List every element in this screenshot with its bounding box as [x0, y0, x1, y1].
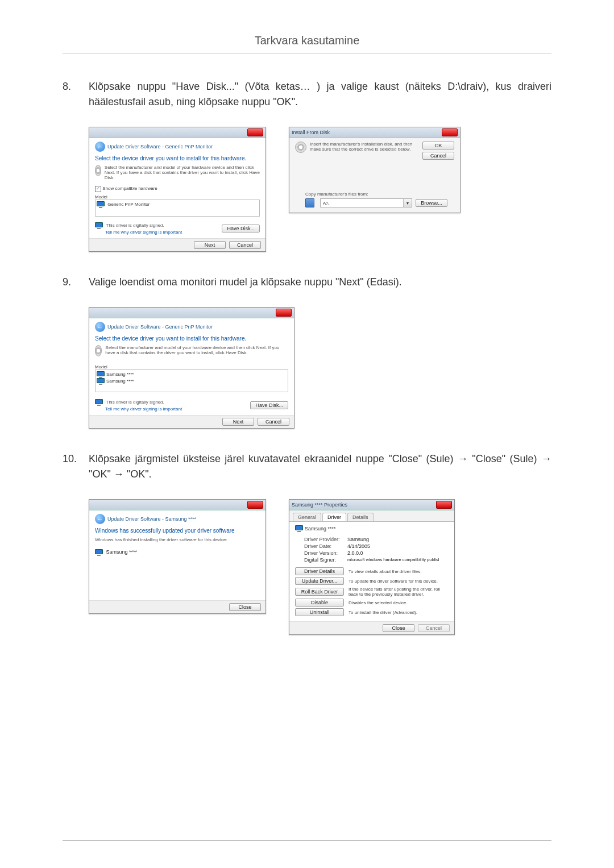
have-disk-button[interactable]: Have Disk...: [222, 225, 260, 232]
close-icon[interactable]: [436, 501, 452, 509]
window-title: [92, 502, 93, 508]
tab-general[interactable]: General: [293, 513, 321, 521]
signer-label: Digital Signer:: [304, 557, 343, 563]
monitor-icon: [97, 371, 105, 378]
window-title: [92, 310, 93, 315]
shield-icon: [95, 222, 103, 229]
disk-icon: [95, 345, 102, 356]
monitor-icon: [97, 378, 105, 385]
cancel-button[interactable]: Cancel: [422, 152, 454, 160]
update-driver-button[interactable]: Update Driver...: [295, 577, 344, 585]
signed-text: This driver is digitally signed.: [106, 223, 164, 228]
close-button[interactable]: Close: [383, 624, 414, 632]
tab-driver[interactable]: Driver: [322, 513, 346, 521]
dialog-titlebar: [89, 308, 294, 318]
chevron-down-icon[interactable]: ▼: [403, 199, 412, 207]
checkbox-icon[interactable]: ✓: [95, 186, 101, 192]
shield-icon: [95, 399, 103, 406]
step-10-text: Klõpsake järgmistel üksteise järel kuvat…: [89, 451, 551, 482]
rollback-driver-desc: If the device fails after updating the d…: [349, 587, 449, 597]
steps-list: 8. Klõpsake nuppu "Have Disk..." (Võta k…: [63, 79, 551, 635]
window-title: Install From Disk: [292, 130, 330, 135]
step-9-text: Valige loendist oma monitori mudel ja kl…: [89, 275, 551, 290]
step-9: 9. Valige loendist oma monitori mudel ja…: [63, 275, 551, 290]
wizard-title: Update Driver Software - Samsung ****: [107, 516, 196, 522]
date-label: Driver Date:: [304, 543, 343, 549]
dialog-body: Samsung **** Driver Provider:Samsung Dri…: [289, 521, 454, 621]
close-icon[interactable]: [276, 309, 292, 317]
wizard-heading: Windows has successfully updated your dr…: [95, 528, 260, 534]
dialog-titlebar: Samsung **** Properties: [289, 500, 454, 510]
signed-text: This driver is digitally signed.: [106, 400, 164, 405]
driver-details-desc: To view details about the driver files.: [349, 569, 449, 574]
dialog-footer: Next Cancel: [89, 238, 265, 251]
tab-details[interactable]: Details: [347, 513, 374, 521]
dialog-titlebar: [89, 127, 265, 138]
floppy-icon: [305, 198, 314, 207]
wizard-title: Update Driver Software - Generic PnP Mon…: [107, 324, 213, 330]
step-8: 8. Klõpsake nuppu "Have Disk..." (Võta k…: [63, 79, 551, 110]
browse-button[interactable]: Browse...: [416, 199, 447, 207]
next-button[interactable]: Next: [222, 418, 254, 426]
copy-from-label: Copy manufacturer's files from:: [305, 192, 454, 197]
back-arrow-icon[interactable]: ←: [95, 142, 105, 152]
step-10-number: 10.: [63, 451, 89, 482]
show-compatible-label: Show compatible hardware: [102, 186, 157, 191]
dialog-body: ← Update Driver Software - Generic PnP M…: [89, 138, 265, 238]
signed-importance-link[interactable]: Tell me why driver signing is important: [105, 406, 182, 412]
uninstall-button[interactable]: Uninstall: [295, 608, 344, 616]
date-value: 4/14/2005: [347, 543, 370, 549]
model-listbox[interactable]: Samsung **** Samsung ****: [95, 369, 288, 392]
wizard-description: Select the manufacturer and model of you…: [105, 345, 288, 356]
signed-importance-link[interactable]: Tell me why driver signing is important: [105, 230, 182, 235]
have-disk-button[interactable]: Have Disk...: [250, 401, 288, 409]
disable-button[interactable]: Disable: [295, 599, 344, 607]
cancel-button[interactable]: Cancel: [229, 241, 261, 249]
update-driver-desc: To update the driver software for this d…: [349, 579, 449, 584]
ok-button[interactable]: OK: [422, 142, 454, 149]
close-button[interactable]: Close: [229, 603, 261, 611]
model-item[interactable]: Generic PnP Monitor: [107, 202, 150, 207]
model-item[interactable]: Samsung ****: [106, 372, 134, 377]
show-compatible-row: ✓ Show compatible hardware: [95, 186, 260, 192]
dialog-body: ← Update Driver Software - Samsung **** …: [89, 510, 265, 600]
device-name: Samsung ****: [305, 526, 336, 531]
divider-bottom: [63, 840, 551, 841]
cancel-button[interactable]: Cancel: [258, 418, 289, 426]
version-value: 2.0.0.0: [347, 550, 363, 556]
disable-desc: Disables the selected device.: [349, 600, 449, 605]
next-button[interactable]: Next: [194, 241, 226, 249]
back-arrow-icon[interactable]: ←: [95, 322, 105, 332]
dialog-install-from-disk: Install From Disk Insert the manufacture…: [289, 127, 460, 213]
wizard-title: Update Driver Software - Generic PnP Mon…: [107, 144, 213, 149]
wizard-heading: Select the device driver you want to ins…: [95, 335, 288, 342]
model-listbox[interactable]: Generic PnP Monitor: [95, 200, 260, 217]
dialog-titlebar: Install From Disk: [289, 127, 460, 138]
model-item[interactable]: Samsung ****: [106, 379, 134, 384]
dialog-body: Insert the manufacturer's installation d…: [289, 138, 460, 212]
step-8-figures: ← Update Driver Software - Generic PnP M…: [89, 127, 551, 252]
model-label: Model: [95, 194, 260, 200]
tabs: General Driver Details: [289, 510, 454, 521]
dialog-device-properties: Samsung **** Properties General Driver D…: [289, 499, 455, 635]
driver-details-button[interactable]: Driver Details: [295, 567, 344, 575]
step-10-figures: ← Update Driver Software - Samsung **** …: [89, 499, 551, 635]
close-icon[interactable]: [247, 501, 263, 509]
version-label: Driver Version:: [304, 550, 343, 556]
step-9-number: 9.: [63, 275, 89, 290]
provider-label: Driver Provider:: [304, 537, 343, 542]
close-icon[interactable]: [247, 128, 263, 136]
uninstall-desc: To uninstall the driver (Advanced).: [349, 610, 449, 615]
rollback-driver-button[interactable]: Roll Back Driver: [295, 588, 344, 596]
model-label: Model: [95, 364, 288, 369]
provider-value: Samsung: [347, 537, 369, 542]
drive-select[interactable]: A:\ ▼: [320, 198, 412, 207]
monitor-icon: [95, 549, 103, 556]
dialog-footer: Close Cancel: [289, 621, 454, 634]
step-8-text: Klõpsake nuppu "Have Disk..." (Võta keta…: [89, 79, 551, 110]
divider-top: [63, 53, 551, 53]
window-title: Samsung **** Properties: [292, 502, 347, 508]
dialog-body: ← Update Driver Software - Generic PnP M…: [89, 318, 294, 415]
close-icon[interactable]: [442, 128, 458, 136]
monitor-icon: [97, 201, 105, 208]
